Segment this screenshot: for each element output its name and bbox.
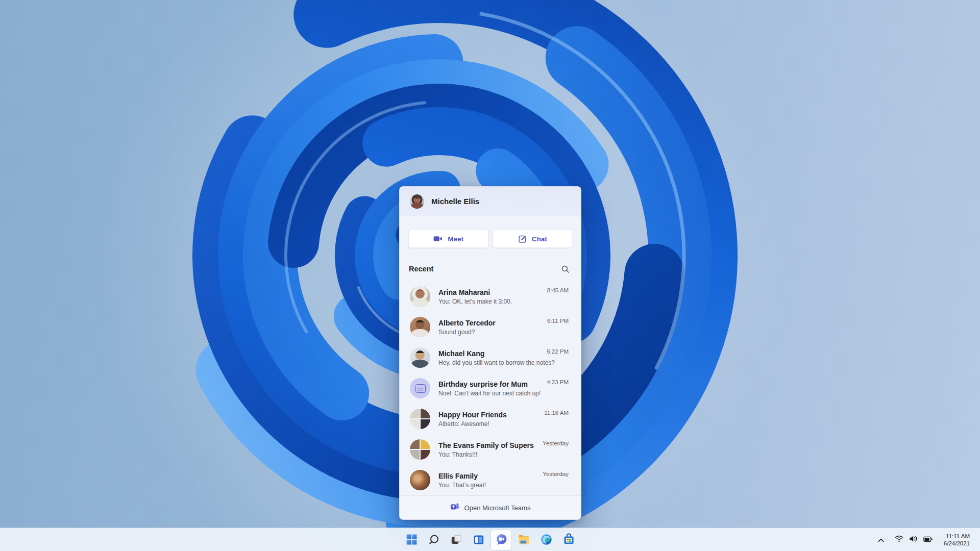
conversation-list: Arina Maharani You: OK, let’s make it 3:… [400, 281, 581, 495]
conversation-time: 5:22 PM [547, 348, 569, 355]
conversation-row[interactable]: Birthday surprise for Mum Noel: Can’t wa… [400, 373, 581, 404]
meet-button[interactable]: Meet [408, 230, 488, 248]
conversation-avatar [410, 470, 430, 490]
conversation-avatar [410, 347, 430, 368]
task-view-button[interactable] [446, 530, 467, 550]
battery-icon [923, 535, 933, 544]
conversation-time: 8:45 AM [547, 287, 569, 293]
widgets-icon [473, 534, 485, 546]
action-row: Meet Chat [400, 230, 581, 248]
meet-button-label: Meet [448, 235, 463, 243]
conversation-row[interactable]: Arina Maharani You: OK, let’s make it 3:… [400, 281, 581, 312]
chat-button-label: Chat [532, 235, 547, 243]
conversation-text: The Evans Family of Supers You: Thanks!!… [438, 441, 543, 459]
edge-button[interactable] [536, 530, 556, 550]
chat-button[interactable]: Chat [493, 230, 573, 248]
user-avatar[interactable] [410, 194, 424, 209]
conversation-row[interactable]: Happy Hour Friends Alberto: Awesome! 11:… [400, 404, 581, 434]
conversation-name: Ellis Family [438, 471, 543, 481]
chevron-up-icon [878, 535, 884, 544]
search-icon[interactable] [559, 263, 571, 274]
quick-settings-button[interactable] [892, 532, 936, 548]
conversation-preview: You: That’s great! [438, 481, 543, 489]
conversation-name: The Evans Family of Supers [438, 441, 543, 450]
teams-chat-icon [495, 533, 508, 546]
start-button[interactable] [401, 530, 422, 550]
widgets-button[interactable] [469, 530, 489, 550]
conversation-text: Alberto Tercedor Sound good? [438, 318, 547, 336]
edge-icon [540, 533, 553, 546]
conversation-avatar [410, 439, 430, 460]
open-teams-button[interactable]: Open Microsoft Teams [400, 495, 581, 519]
conversation-avatar [410, 286, 430, 307]
user-name: Michelle Ellis [431, 197, 479, 206]
store-icon [562, 533, 575, 546]
tray-time: 11:11 AM [944, 533, 970, 540]
compose-chat-icon [518, 234, 527, 244]
chat-taskbar-button[interactable] [491, 530, 511, 550]
recent-row: Recent [400, 263, 581, 274]
conversation-name: Birthday surprise for Mum [438, 380, 547, 389]
desktop: Michelle Ellis Meet [0, 0, 980, 551]
wifi-icon [895, 535, 903, 544]
conversation-text: Ellis Family You: That’s great! [438, 471, 543, 489]
conversation-preview: Hey, did you still want to borrow the no… [438, 359, 547, 367]
conversation-row[interactable]: Ellis Family You: That’s great! Yesterda… [400, 465, 581, 495]
conversation-avatar-calendar [410, 378, 430, 398]
file-explorer-icon [518, 533, 530, 546]
conversation-time: 11:16 AM [544, 410, 569, 416]
taskbar-center [401, 530, 579, 550]
conversation-text: Birthday surprise for Mum Noel: Can’t wa… [438, 380, 547, 397]
conversation-row[interactable]: The Evans Family of Supers You: Thanks!!… [400, 434, 581, 465]
task-view-icon [450, 534, 462, 546]
conversation-preview: Alberto: Awesome! [438, 420, 544, 428]
file-explorer-button[interactable] [513, 530, 534, 550]
conversation-name: Alberto Tercedor [438, 318, 547, 328]
conversation-avatar [410, 317, 430, 337]
conversation-time: Yesterday [543, 471, 569, 477]
conversation-preview: You: OK, let’s make it 3:00. [438, 297, 547, 306]
teams-logo-icon [450, 502, 459, 513]
taskbar-search-button[interactable] [424, 530, 444, 550]
store-button[interactable] [558, 530, 579, 550]
conversation-preview: You: Thanks!!! [438, 450, 543, 459]
conversation-text: Happy Hour Friends Alberto: Awesome! [438, 410, 544, 428]
video-camera-icon [433, 234, 443, 244]
open-teams-label: Open Microsoft Teams [464, 504, 531, 512]
windows-start-icon [405, 533, 418, 546]
conversation-text: Arina Maharani You: OK, let’s make it 3:… [438, 288, 547, 306]
recent-label: Recent [409, 265, 433, 273]
speaker-icon [909, 535, 918, 544]
conversation-name: Happy Hour Friends [438, 410, 544, 419]
conversation-time: Yesterday [543, 440, 569, 446]
conversation-avatar [410, 409, 430, 429]
conversation-time: 6:11 PM [547, 318, 569, 324]
taskbar: 11:11 AM 6/24/2021 [0, 528, 980, 551]
conversation-text: Michael Kang Hey, did you still want to … [438, 349, 547, 367]
flyout-header: Michelle Ellis [400, 187, 581, 216]
conversation-row[interactable]: Alberto Tercedor Sound good? 6:11 PM [400, 312, 581, 342]
conversation-row[interactable]: Michael Kang Hey, did you still want to … [400, 342, 581, 373]
teams-chat-flyout: Michelle Ellis Meet [399, 186, 581, 520]
tray-date: 6/24/2021 [944, 540, 970, 547]
clock[interactable]: 11:11 AM 6/24/2021 [941, 532, 973, 548]
system-tray: 11:11 AM 6/24/2021 [874, 528, 980, 551]
hidden-icons-button[interactable] [874, 532, 888, 548]
conversation-time: 4:23 PM [547, 379, 569, 385]
conversation-name: Arina Maharani [438, 288, 547, 297]
conversation-name: Michael Kang [438, 349, 547, 358]
conversation-preview: Sound good? [438, 328, 547, 336]
conversation-preview: Noel: Can’t wait for our next catch up! [438, 389, 547, 397]
search-icon [428, 534, 440, 546]
